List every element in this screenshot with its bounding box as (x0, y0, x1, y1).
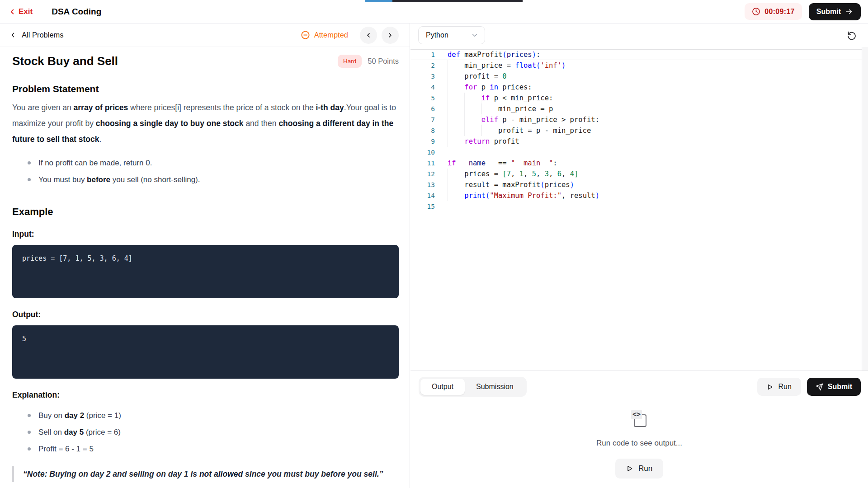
code-line: 14 print("Maximum Profit:", result) (410, 190, 862, 201)
play-icon (767, 384, 774, 390)
console-actions: Run Submit (757, 378, 861, 396)
code-line: 7 elif p - min_price > profit: (410, 114, 862, 125)
run-label: Run (778, 383, 791, 391)
console-tabs: Output Submission (419, 377, 527, 397)
difficulty-badge: Hard (338, 55, 362, 68)
console-panel: Output Submission Run Submit (410, 371, 868, 488)
timer-badge: 00:09:17 (745, 3, 802, 20)
chevron-left-icon (365, 32, 372, 39)
status-badge: Attempted (301, 30, 348, 40)
tab-output[interactable]: Output (420, 379, 465, 395)
example-heading: Example (12, 206, 399, 218)
code-line: 9 return profit (410, 136, 862, 147)
statement-heading: Problem Statement (12, 84, 399, 94)
list-item: You must buy before you sell (no short-s… (28, 171, 399, 188)
code-line: 6 min_price = p (410, 103, 862, 114)
points-label: 50 Points (368, 57, 399, 66)
list-item: Sell on day 5 (price = 6) (28, 424, 399, 441)
status-label: Attempted (314, 31, 348, 39)
code-line: 5 if p < min_price: (410, 93, 862, 103)
next-problem-button[interactable] (382, 27, 399, 44)
statement-paragraph: You are given an array of prices where p… (12, 100, 399, 147)
problem-content: Stock Buy and Sell Hard 50 Points Proble… (0, 47, 410, 482)
editor-panel: Python 1def maxProfit(prices):2 min_pric… (410, 23, 868, 488)
statement-bullets: If no profit can be made, return 0. You … (12, 155, 399, 188)
send-icon (816, 383, 823, 391)
page-title: DSA Coding (52, 7, 101, 17)
input-codebox: prices = [7, 1, 5, 3, 6, 4] (12, 245, 399, 298)
list-item: Profit = 6 - 1 = 5 (28, 441, 399, 457)
submit-code-label: Submit (828, 383, 852, 391)
all-problems-button[interactable]: All Problems (9, 31, 64, 39)
app-header: Exit DSA Coding 00:09:17 Submit (0, 0, 868, 23)
problem-title: Stock Buy and Sell (12, 54, 118, 68)
reset-code-button[interactable] (845, 29, 859, 42)
console-empty-state: Run code to see output... Run (410, 409, 868, 479)
arrow-right-icon (845, 8, 853, 16)
note-blockquote: “Note: Buying on day 2 and selling on da… (12, 466, 401, 482)
top-progress-strip (365, 0, 523, 2)
code-line: 8 profit = p - min_price (410, 125, 862, 136)
code-line: 1def maxProfit(prices): (410, 49, 862, 60)
console-empty-message: Run code to see output... (596, 439, 682, 448)
explanation-label: Explanation: (12, 390, 399, 400)
list-item: If no profit can be made, return 0. (28, 155, 399, 171)
submit-code-button[interactable]: Submit (807, 378, 861, 396)
back-chevron-icon (9, 31, 17, 39)
console-toolbar: Output Submission Run Submit (410, 371, 868, 397)
top-progress-segment (365, 0, 392, 2)
code-line: 15 (410, 201, 862, 212)
minus-circle-icon (301, 30, 310, 40)
exit-button[interactable]: Exit (8, 7, 33, 16)
input-label: Input: (12, 230, 399, 239)
all-problems-label: All Problems (22, 31, 64, 39)
chevron-down-icon (471, 31, 479, 39)
exit-label: Exit (19, 7, 33, 16)
code-line: 2 min_price = float('inf') (410, 60, 862, 71)
problem-panel: All Problems Attempted Stock Buy and Sel… (0, 23, 410, 488)
chevron-right-icon (387, 32, 394, 39)
submit-test-button[interactable]: Submit (809, 3, 861, 20)
run-button[interactable]: Run (757, 378, 801, 396)
timer-value: 00:09:17 (764, 8, 794, 16)
editor-toolbar: Python (410, 23, 868, 47)
prev-problem-button[interactable] (360, 27, 377, 44)
code-line: 13 result = maxProfit(prices) (410, 179, 862, 190)
clock-icon (752, 7, 760, 16)
reset-icon (847, 31, 857, 40)
explanation-bullets: Buy on day 2 (price = 1) Sell on day 5 (… (12, 407, 399, 457)
language-select[interactable]: Python (418, 26, 485, 44)
problem-nav-row: All Problems Attempted (0, 23, 410, 47)
tab-submission[interactable]: Submission (465, 379, 525, 395)
code-editor[interactable]: 1def maxProfit(prices):2 min_price = flo… (410, 47, 862, 371)
code-line: 4 for p in prices: (410, 82, 862, 93)
output-label: Output: (12, 310, 399, 319)
editor-scrollbar[interactable] (862, 47, 868, 371)
language-value: Python (426, 31, 448, 39)
problem-title-row: Stock Buy and Sell Hard 50 Points (12, 54, 399, 68)
code-line: 10 (410, 147, 862, 158)
code-line: 12 prices = [7, 1, 5, 3, 6, 4] (410, 169, 862, 179)
output-codebox: 5 (12, 325, 399, 379)
chevron-left-icon (8, 8, 16, 16)
code-line: 11if __name__ == "__main__": (410, 158, 862, 169)
list-item: Buy on day 2 (price = 1) (28, 407, 399, 424)
code-window-icon (629, 409, 649, 429)
code-line: 3 profit = 0 (410, 71, 862, 82)
play-icon (626, 465, 633, 472)
empty-state-run-button[interactable]: Run (615, 459, 663, 479)
submit-label: Submit (816, 8, 841, 16)
empty-run-label: Run (638, 464, 652, 473)
